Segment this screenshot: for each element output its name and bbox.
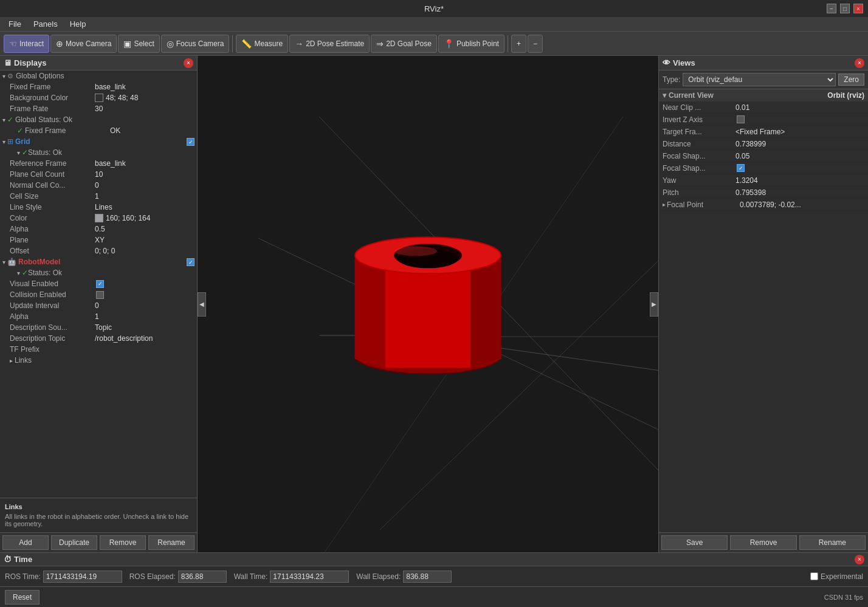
offset-row[interactable]: Offset 0; 0; 0 <box>0 245 197 256</box>
fixed-frame-row[interactable]: Fixed Frame base_link <box>0 81 197 92</box>
bg-color-row[interactable]: Background Color 48; 48; 48 <box>0 92 197 103</box>
grid-icon: ⊞ <box>7 137 13 146</box>
publish-point-button[interactable]: 📍 Publish Point <box>438 35 505 53</box>
grid-checkbox[interactable]: ✓ <box>185 137 195 146</box>
close-button[interactable]: × <box>853 4 863 13</box>
alpha-row[interactable]: Alpha 0.5 <box>0 224 197 235</box>
views-type-dropdown[interactable]: Orbit (rviz_defau <box>683 73 836 86</box>
grid-row[interactable]: ▾ ⊞ Grid ✓ <box>0 136 197 147</box>
measure-icon: 📏 <box>241 39 252 49</box>
line-style-row[interactable]: Line Style Lines <box>0 202 197 213</box>
color-row[interactable]: Color 160; 160; 164 <box>0 213 197 224</box>
distance-row[interactable]: Distance 0.738999 <box>659 138 868 150</box>
minimize-button[interactable]: − <box>827 4 836 13</box>
description-source-row[interactable]: Description Sou... Topic <box>0 322 197 333</box>
wall-elapsed-input[interactable] <box>403 571 452 583</box>
focus-camera-button[interactable]: ◎ Focus Camera <box>161 35 230 53</box>
global-options-row[interactable]: ▾ ⚙ Global Options <box>0 70 197 81</box>
visual-enabled-row[interactable]: Visual Enabled ✓ <box>0 278 197 289</box>
reset-button[interactable]: Reset <box>5 590 40 605</box>
rename-button[interactable]: Rename <box>148 535 195 550</box>
robot-status-check: ✓ <box>22 269 28 277</box>
normal-cell-row[interactable]: Normal Cell Co... 0 <box>0 180 197 191</box>
focal-shap2-checkbox[interactable]: ✓ <box>737 164 745 172</box>
ref-frame-value: base_link <box>95 159 126 168</box>
goal-button[interactable]: ⇒ 2D Goal Pose <box>371 35 437 53</box>
wall-time-input[interactable] <box>270 571 349 583</box>
fixed-frame-status-row[interactable]: ✓ Fixed Frame OK <box>0 125 197 136</box>
invert-z-row[interactable]: Invert Z Axis <box>659 114 868 126</box>
measure-button[interactable]: 📏 Measure <box>236 35 288 53</box>
grid-status-row[interactable]: ▾ ✓ Status: Ok <box>0 147 197 158</box>
global-status-row[interactable]: ▾ ✓ Global Status: Ok <box>0 114 197 125</box>
plane-row[interactable]: Plane XY <box>0 235 197 245</box>
robot-checkbox[interactable]: ✓ <box>185 258 195 267</box>
views-save-button[interactable]: Save <box>661 535 728 550</box>
interact-button[interactable]: ☜ Interact <box>4 35 49 53</box>
experimental-label: Experimental <box>821 572 863 581</box>
menu-help[interactable]: Help <box>64 18 92 30</box>
move-camera-button[interactable]: ⊕ Move Camera <box>50 35 117 53</box>
remove-button[interactable]: Remove <box>100 535 146 550</box>
plane-cell-row[interactable]: Plane Cell Count 10 <box>0 169 197 180</box>
focus-icon: ◎ <box>167 39 174 49</box>
views-remove-button[interactable]: Remove <box>730 535 796 550</box>
experimental-checkbox[interactable] <box>810 572 818 580</box>
links-row[interactable]: ▸ Links <box>0 355 197 366</box>
3d-viewport[interactable]: ◀ ▶ <box>198 56 658 552</box>
duplicate-button[interactable]: Duplicate <box>51 535 97 550</box>
description-topic-row[interactable]: Description Topic /robot_description <box>0 333 197 344</box>
pitch-row[interactable]: Pitch 0.795398 <box>659 187 868 199</box>
focal-point-expand[interactable]: ▸ <box>663 201 666 208</box>
target-frame-row[interactable]: Target Fra... <Fixed Frame> <box>659 126 868 138</box>
add-display-button[interactable]: + <box>511 35 526 53</box>
goal-label: 2D Goal Pose <box>386 39 432 48</box>
maximize-button[interactable]: □ <box>840 4 850 13</box>
collapse-left-arrow[interactable]: ◀ <box>198 292 206 317</box>
collision-enabled-row[interactable]: Collision Enabled <box>0 289 197 300</box>
zero-button[interactable]: Zero <box>838 74 864 86</box>
alpha-key: Alpha <box>10 225 95 233</box>
invert-z-checkbox[interactable] <box>737 115 745 123</box>
reference-frame-row[interactable]: Reference Frame base_link <box>0 158 197 169</box>
toolbar-sep-1 <box>232 35 233 52</box>
collision-enabled-checkbox[interactable] <box>96 291 104 299</box>
frame-rate-row[interactable]: Frame Rate 30 <box>0 103 197 114</box>
views-close-button[interactable]: × <box>855 58 864 68</box>
global-status-checkmark: ✓ <box>7 115 13 124</box>
displays-close-button[interactable]: × <box>184 58 193 68</box>
update-interval-row[interactable]: Update Interval 0 <box>0 300 197 311</box>
ref-frame-key: Reference Frame <box>10 159 95 168</box>
cell-size-row[interactable]: Cell Size 1 <box>0 191 197 202</box>
menu-panels[interactable]: Panels <box>27 18 64 30</box>
robot-model-row[interactable]: ▾ 🤖 RobotModel ✓ <box>0 256 197 267</box>
robot-status-row[interactable]: ▾ ✓ Status: Ok <box>0 267 197 278</box>
collapse-right-arrow[interactable]: ▶ <box>650 292 658 317</box>
focal-point-row[interactable]: ▸ Focal Point 0.0073789; -0.02... <box>659 199 868 211</box>
bg-color-key: Background Color <box>10 94 95 102</box>
ros-time-input[interactable] <box>43 571 122 583</box>
near-clip-row[interactable]: Near Clip ... 0.01 <box>659 101 868 114</box>
select-button[interactable]: ▣ Select <box>118 35 159 53</box>
ros-elapsed-input[interactable] <box>178 571 227 583</box>
interact-icon: ☜ <box>9 39 17 49</box>
focal-shap1-row[interactable]: Focal Shap... 0.05 <box>659 150 868 162</box>
alpha-robot-row[interactable]: Alpha 1 <box>0 311 197 322</box>
visual-enabled-checkbox[interactable]: ✓ <box>96 280 104 288</box>
remove-display-button[interactable]: − <box>528 35 543 53</box>
time-close-button[interactable]: × <box>855 555 864 564</box>
publish-icon: 📍 <box>444 39 454 49</box>
plane-value: XY <box>95 236 105 244</box>
current-view-header[interactable]: ▾ Current View Orbit (rviz) <box>659 89 868 101</box>
alpha-robot-value: 1 <box>95 312 99 321</box>
goal-icon: ⇒ <box>376 39 384 49</box>
views-rename-button[interactable]: Rename <box>799 535 866 550</box>
time-content: ROS Time: ROS Elapsed: Wall Time: Wall E… <box>0 566 868 586</box>
add-button[interactable]: Add <box>2 535 49 550</box>
yaw-row[interactable]: Yaw 1.3204 <box>659 174 868 187</box>
menu-file[interactable]: File <box>2 18 27 30</box>
focal-shap2-row[interactable]: Focal Shap... ✓ <box>659 162 868 174</box>
tf-prefix-row[interactable]: TF Prefix <box>0 344 197 355</box>
pose-estimate-button[interactable]: → 2D Pose Estimate <box>289 35 370 53</box>
plane-cell-key: Plane Cell Count <box>10 170 95 179</box>
